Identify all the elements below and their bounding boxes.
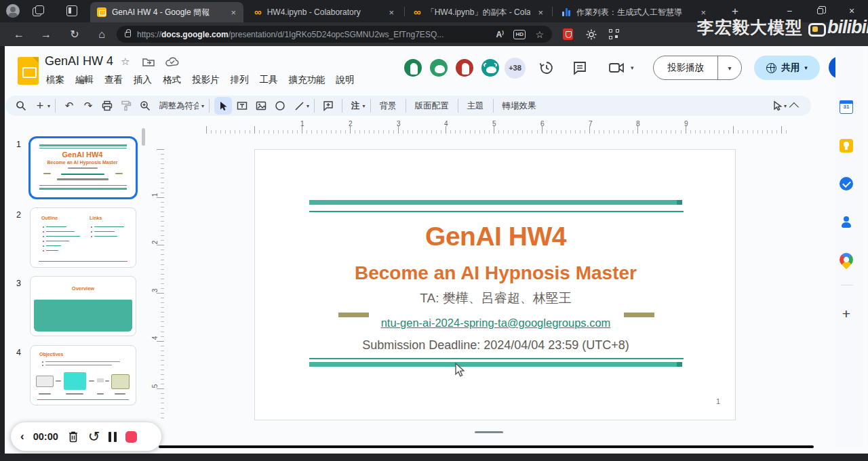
cloud-status-icon[interactable] (165, 57, 179, 66)
speaker-notes-handle[interactable] (475, 431, 503, 433)
menu-slide[interactable]: 投影片 (186, 72, 225, 88)
background-button[interactable]: 背景 (376, 100, 401, 112)
tab-colab-hw4[interactable]: ∞ HW4.ipynb - Colaboratory × (248, 2, 401, 22)
version-history-icon[interactable] (538, 60, 555, 76)
window-close-button[interactable]: × (838, 0, 865, 22)
undo-icon[interactable]: ↶ (60, 97, 78, 115)
trash-icon[interactable] (67, 430, 79, 443)
fit-zoom-select[interactable]: 調整為符合大小 (155, 100, 203, 112)
filmstrip-scrollbar[interactable] (142, 128, 145, 146)
slide-thumbnail-1[interactable]: GenAI HW4 Become an AI Hypnosis Master (30, 138, 136, 198)
menu-arrange[interactable]: 排列 (225, 72, 254, 88)
slide-thumbnail-3[interactable]: Overview (30, 276, 136, 336)
collapse-toolbar-icon[interactable] (787, 97, 804, 115)
tab-close-icon[interactable]: × (536, 7, 545, 18)
camera-caret-icon[interactable]: ▾ (631, 64, 634, 71)
slide-canvas[interactable]: GenAI HW4 Become an AI Hypnosis Master T… (254, 149, 736, 420)
slide-deadline[interactable]: Submission Deadline: 2024/04/04 23:59 (U… (255, 338, 736, 353)
slide-title[interactable]: GenAI HW4 (255, 222, 736, 252)
menu-edit[interactable]: 編輯 (70, 72, 99, 88)
text-box-tool[interactable] (233, 97, 251, 115)
line-caret-icon[interactable]: ▾ (307, 103, 309, 109)
favorite-star-icon[interactable]: ☆ (535, 29, 544, 40)
add-slide-button[interactable]: + (31, 97, 49, 115)
search-icon[interactable] (12, 97, 30, 115)
collaborator-avatar[interactable] (454, 58, 475, 78)
pause-icon[interactable] (108, 432, 117, 442)
forward-icon[interactable]: → (38, 26, 54, 43)
menu-format[interactable]: 格式 (157, 72, 186, 88)
stop-record-button[interactable] (125, 431, 137, 443)
layout-button[interactable]: 版面配置 (411, 100, 453, 112)
document-title[interactable]: GenAI HW 4 (45, 54, 113, 68)
tab-genai-hw4[interactable]: GenAI HW 4 - Google 簡報 × (90, 2, 243, 22)
tasks-icon[interactable] (840, 177, 853, 191)
url-bar[interactable]: https://docs.google.com/presentation/d/1… (117, 26, 552, 43)
home-icon[interactable]: ⌂ (94, 26, 110, 43)
video-progress-bar[interactable] (159, 445, 814, 448)
extension-icon[interactable] (563, 28, 573, 40)
tab-close-icon[interactable]: × (229, 7, 238, 18)
read-aloud-icon[interactable]: A) (496, 29, 504, 39)
tab-assignment-list[interactable]: 作業列表：生成式人工智慧導 × (555, 2, 713, 22)
present-button[interactable]: 投影播放 ▾ (653, 56, 742, 80)
tab-close-icon[interactable]: × (698, 7, 708, 18)
restart-icon[interactable]: ↺ (88, 430, 100, 443)
slide-subtitle[interactable]: Become an AI Hypnosis Master (255, 262, 736, 284)
move-folder-icon[interactable] (142, 57, 155, 66)
qr-code-icon[interactable] (609, 29, 619, 39)
print-icon[interactable] (98, 97, 116, 115)
new-tab-button[interactable]: + (727, 3, 743, 20)
collaborator-overflow-badge[interactable]: +38 (505, 58, 526, 79)
star-document-icon[interactable]: ☆ (121, 56, 130, 68)
window-minimize-button[interactable]: − (776, 0, 803, 22)
contacts-icon[interactable] (840, 215, 853, 228)
browser-profile-avatar[interactable] (6, 4, 20, 18)
menu-file[interactable]: 檔案 (41, 72, 70, 88)
comment-history-icon[interactable] (572, 60, 588, 76)
paint-format-icon[interactable] (117, 97, 135, 115)
slide-ta-line[interactable]: TA: 樊樺、呂睿超、林堅王 (255, 289, 736, 307)
insert-shape-tool[interactable] (271, 97, 289, 115)
tab-colab-copy[interactable]: ∞ 「HW4.ipynb」的副本 - Colabo × (407, 2, 551, 22)
annotate-button[interactable]: 注 (347, 100, 364, 112)
slide-thumbnail-4[interactable]: Objectives (30, 345, 136, 405)
back-icon[interactable]: ← (11, 26, 27, 43)
zoom-icon[interactable] (136, 97, 154, 115)
slide-email-link[interactable]: ntu-gen-ai-2024-spring-ta@googlegroups.c… (255, 317, 736, 329)
insert-line-tool[interactable] (290, 97, 308, 115)
extension-gear-icon[interactable] (586, 29, 597, 40)
collaborator-avatar[interactable] (480, 58, 500, 78)
tab-close-icon[interactable]: × (387, 7, 396, 18)
share-button[interactable]: 共用 ▾ (754, 56, 820, 80)
collaborator-avatar[interactable] (429, 58, 449, 78)
menu-extensions[interactable]: 擴充功能 (283, 72, 331, 88)
collaborator-avatar[interactable] (403, 58, 423, 78)
add-addon-button[interactable]: + (835, 306, 857, 322)
redo-icon[interactable]: ↷ (79, 97, 97, 115)
menu-tools[interactable]: 工具 (254, 72, 283, 88)
menu-help[interactable]: 說明 (331, 72, 360, 88)
insert-image-tool[interactable] (252, 97, 270, 115)
select-tool[interactable] (214, 97, 232, 115)
share-caret-icon[interactable]: ▾ (804, 64, 808, 71)
recorder-collapse-icon[interactable]: ‹ (20, 430, 24, 443)
calendar-icon[interactable]: 31 (840, 100, 853, 114)
url-text[interactable]: https://docs.google.com/presentation/d/1… (137, 30, 491, 39)
menu-insert[interactable]: 插入 (128, 72, 157, 88)
insert-comment-tool[interactable] (319, 97, 337, 115)
add-slide-caret-icon[interactable]: ▾ (47, 103, 50, 109)
meet-camera-icon[interactable] (608, 60, 629, 76)
tab-groups-icon[interactable] (33, 5, 43, 16)
maps-icon[interactable] (837, 250, 856, 269)
fit-zoom-caret-icon[interactable]: ▾ (201, 103, 204, 109)
annotate-caret-icon[interactable]: ▾ (363, 103, 366, 109)
hd-icon[interactable]: HD (513, 30, 526, 39)
present-caret-icon[interactable]: ▾ (718, 64, 741, 72)
theme-button[interactable]: 主題 (463, 100, 488, 112)
workspace-window-icon[interactable] (66, 5, 77, 16)
menu-view[interactable]: 查看 (99, 72, 128, 88)
refresh-icon[interactable]: ↻ (66, 26, 83, 43)
transition-button[interactable]: 轉場效果 (498, 100, 540, 112)
window-restore-button[interactable] (807, 0, 834, 22)
